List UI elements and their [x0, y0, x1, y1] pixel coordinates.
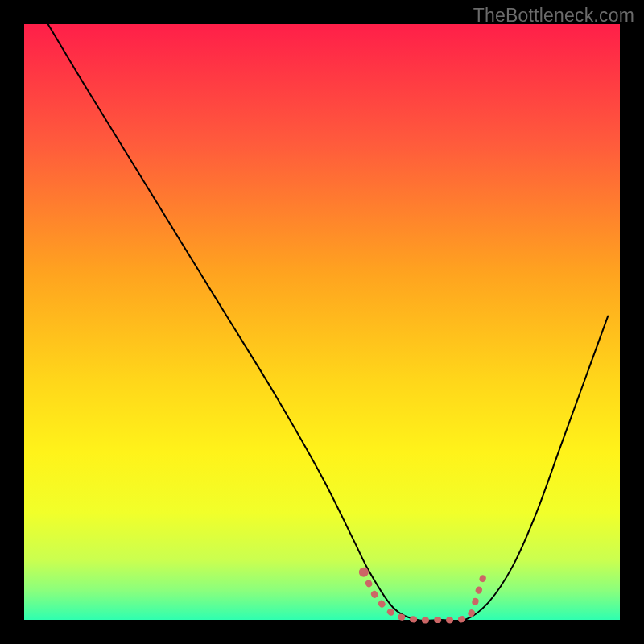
highlight-start-dot — [359, 568, 369, 577]
chart-background — [24, 24, 620, 620]
chart-stage: TheBottleneck.com — [0, 0, 644, 644]
chart-svg — [0, 0, 644, 644]
watermark-text: TheBottleneck.com — [473, 5, 634, 27]
